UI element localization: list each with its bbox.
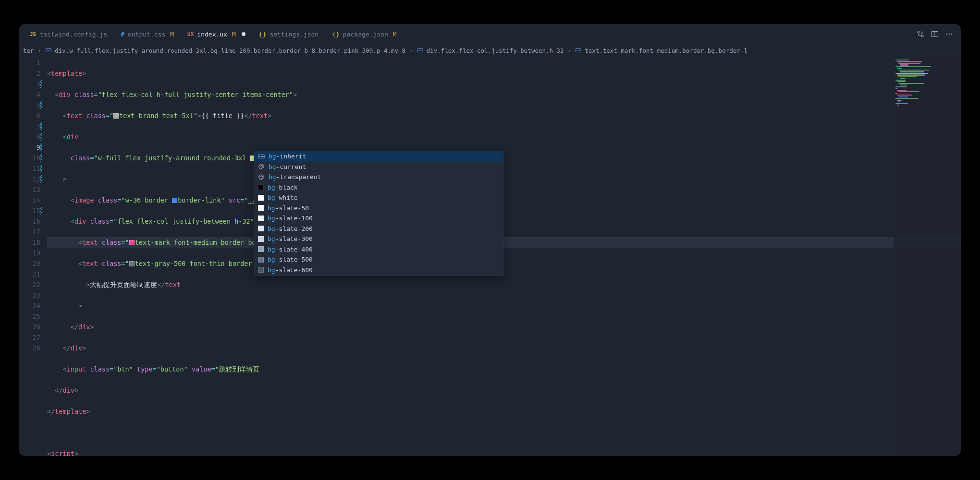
suggestion-label: bg-slate-200	[268, 225, 313, 232]
suggestion-item[interactable]: bg-slate-500	[254, 254, 503, 265]
modified-indicator: M	[170, 31, 174, 38]
breadcrumb-segment[interactable]: text.text-mark.font-medium.border.bg.bor…	[585, 47, 747, 54]
symbol-field-icon	[575, 47, 582, 54]
suggestion-label: bg-slate-300	[268, 235, 313, 242]
breadcrumb-segment[interactable]: div.flex.flex-col.justify-between.h-32	[427, 47, 564, 54]
more-actions-icon[interactable]	[945, 30, 953, 38]
color-palette-icon	[258, 174, 265, 180]
dirty-dot-icon	[242, 32, 245, 36]
svg-point-11	[261, 165, 261, 166]
svg-point-10	[260, 166, 260, 167]
suggestion-item[interactable]: bg-inherit	[254, 151, 503, 162]
tab-tailwind-config[interactable]: JS tailwind.config.js	[23, 24, 114, 44]
color-swatch-icon	[258, 195, 264, 201]
suggestion-item[interactable]: bg-slate-100	[254, 213, 503, 224]
breadcrumb-segment[interactable]: div.w-full.flex.justify-around.rounded-3…	[55, 47, 405, 54]
suggestion-label: bg-current	[269, 163, 306, 170]
line-number: 6	[19, 110, 40, 121]
tab-settings-json[interactable]: {} settings.json	[252, 24, 325, 44]
suggestion-label: bg-slate-500	[268, 256, 313, 263]
line-number: 2	[19, 68, 40, 79]
color-swatch-icon	[258, 184, 264, 190]
line-number: 17	[19, 227, 40, 237]
suggestion-item[interactable]: bg-black	[254, 182, 503, 193]
line-number: 4	[19, 89, 40, 100]
svg-point-15	[262, 176, 263, 177]
color-swatch-icon	[113, 113, 119, 119]
color-swatch-icon	[129, 261, 135, 266]
line-number: 9	[19, 142, 40, 153]
modified-indicator: M	[232, 31, 236, 38]
suggestion-label: bg-slate-400	[268, 246, 313, 253]
chevron-right-icon: ›	[38, 47, 42, 54]
line-number: 8	[19, 132, 40, 142]
tab-actions	[917, 30, 961, 38]
tab-label: package.json	[343, 31, 388, 38]
css-file-icon: #	[121, 31, 124, 38]
line-number: 22	[19, 279, 40, 290]
line-number: 13	[19, 184, 40, 195]
line-number: 7	[19, 121, 40, 132]
suggestion-item[interactable]: bg-slate-300	[254, 234, 503, 244]
line-number: 20	[19, 258, 40, 269]
tab-label: tailwind.config.js	[39, 31, 107, 38]
suggestion-label: bg-black	[268, 184, 298, 191]
suggestion-item[interactable]: bg-current	[254, 162, 503, 172]
line-number: 14	[19, 195, 40, 205]
line-number-gutter: 1234567891011121314151617181920212223242…	[19, 57, 47, 456]
editor-area[interactable]: 1234567891011121314151617181920212223242…	[19, 57, 961, 456]
editor-window: JS tailwind.config.js # output.css M UX …	[19, 24, 961, 456]
ux-file-icon: UX	[187, 31, 194, 37]
line-number: 5	[19, 100, 40, 110]
svg-point-12	[262, 166, 263, 167]
code-content[interactable]: <template> <div class="flex flex-col h-f…	[47, 57, 961, 456]
breadcrumb-prefix: ter	[23, 47, 34, 54]
tab-output-css[interactable]: # output.css M	[114, 24, 181, 44]
tab-bar: JS tailwind.config.js # output.css M UX …	[19, 24, 961, 44]
tab-label: settings.json	[270, 31, 318, 38]
svg-point-5	[951, 34, 952, 35]
tab-package-json[interactable]: {} package.json M	[325, 24, 403, 44]
breadcrumb: ter › div.w-full.flex.justify-around.rou…	[19, 44, 961, 57]
color-swatch-icon	[258, 236, 264, 242]
line-number: 28	[19, 343, 40, 353]
tab-label: output.css	[128, 31, 165, 38]
tab-index-ux[interactable]: UX index.ux M	[181, 24, 252, 44]
line-number: 11	[19, 163, 40, 174]
line-number: 18	[19, 237, 40, 248]
chevron-right-icon: ›	[568, 47, 572, 54]
color-swatch-icon	[258, 216, 264, 221]
chevron-right-icon: ›	[409, 47, 413, 54]
suggestion-item[interactable]: bg-slate-200	[254, 224, 503, 234]
compare-changes-icon[interactable]	[917, 30, 924, 38]
suggestion-item[interactable]: bg-white	[254, 192, 503, 203]
color-swatch-icon	[258, 226, 264, 231]
line-number: 26	[19, 322, 40, 332]
suggestion-item[interactable]: bg-slate-600	[254, 265, 503, 276]
suggestion-label: bg-inherit	[269, 153, 306, 160]
line-number: 27	[19, 332, 40, 343]
suggestion-item[interactable]: bg-slate-400	[254, 244, 503, 255]
color-swatch-icon	[172, 198, 177, 203]
minimap[interactable]	[894, 57, 961, 456]
suggestion-label: bg-slate-600	[268, 266, 313, 274]
line-number: 24	[19, 300, 40, 311]
line-number: 25	[19, 311, 40, 322]
color-swatch-icon	[258, 267, 264, 273]
line-number: 16	[19, 216, 40, 227]
line-number: 10	[19, 153, 40, 163]
suggestion-label: bg-transparent	[269, 173, 321, 180]
suggestion-item[interactable]: bg-slate-50	[254, 203, 503, 214]
js-file-icon: JS	[30, 31, 36, 37]
color-swatch-icon	[129, 240, 135, 245]
suggestion-label: bg-white	[268, 194, 298, 201]
split-editor-icon[interactable]	[931, 30, 939, 38]
intellisense-popup[interactable]: bg-inheritbg-currentbg-transparentbg-bla…	[254, 151, 503, 276]
line-number: 23	[19, 290, 40, 300]
suggestion-item[interactable]: bg-transparent	[254, 172, 503, 182]
keyword-icon	[258, 153, 265, 160]
line-number: 15	[19, 205, 40, 216]
svg-point-13	[260, 176, 260, 177]
svg-point-1	[921, 35, 923, 37]
modified-indicator: M	[393, 31, 397, 38]
